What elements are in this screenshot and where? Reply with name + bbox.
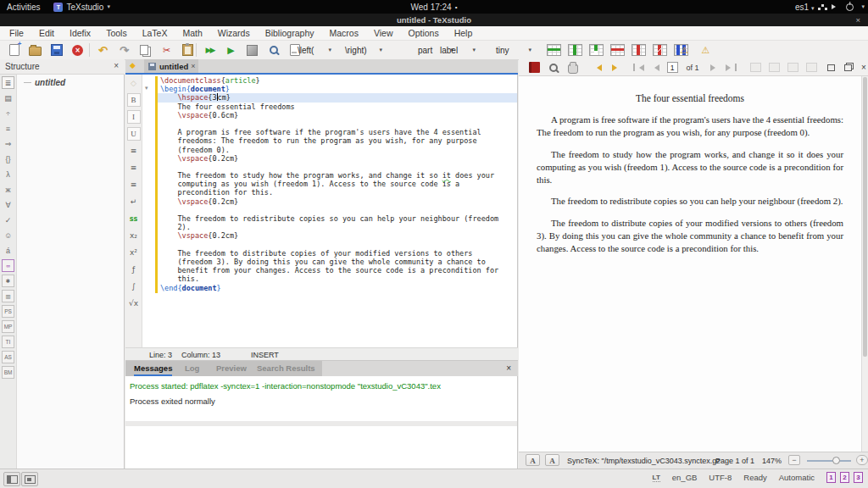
layout-button-2[interactable]: 2 — [840, 472, 849, 483]
pdf-first-page-button[interactable] — [631, 59, 646, 75]
tab-untitled[interactable]: untitled × — [144, 59, 198, 73]
pdf-scrollbar[interactable] — [861, 76, 868, 452]
pdf-maximize-window-button[interactable] — [840, 59, 855, 75]
menu-help[interactable]: Help — [447, 26, 481, 40]
structure-panel-close-button[interactable]: × — [114, 61, 119, 70]
stop-icon[interactable] — [243, 42, 261, 58]
menu-bibliography[interactable]: Bibliography — [258, 26, 322, 40]
beamer-panel-icon[interactable]: BM — [2, 366, 14, 379]
align-left-icon[interactable]: ≡ — [127, 144, 141, 158]
code-line-2[interactable]: \begin{document} — [158, 85, 517, 93]
underline-icon[interactable]: U — [127, 127, 141, 141]
keyboard-layout-indicator[interactable]: es1 ▾ — [795, 3, 814, 12]
add-column-cell-icon[interactable] — [587, 42, 605, 58]
redo-icon[interactable]: ↷ — [115, 42, 133, 58]
remove-column-icon[interactable] — [630, 42, 648, 58]
code-line-11[interactable] — [158, 163, 517, 171]
next-warning-icon[interactable]: ⚠ — [697, 42, 715, 58]
activities-button[interactable]: Activities — [7, 3, 40, 12]
structure-panel-icon[interactable]: ≣ — [2, 76, 14, 89]
arrows-panel-icon[interactable]: ⇒ — [2, 137, 14, 150]
code-line-17[interactable]: The freedom to redistribute copies so yo… — [158, 214, 517, 223]
code-line-12[interactable]: The freedom to study how the program wor… — [158, 171, 517, 180]
code-line-21[interactable]: The freedom to distribute copies of your… — [158, 249, 517, 258]
font-size-dropdown[interactable]: tiny ▾ — [492, 42, 536, 58]
code-line-18[interactable]: 2). — [158, 223, 517, 231]
tab-close-button[interactable]: × — [191, 62, 195, 70]
messages-tab-preview[interactable]: Preview — [216, 361, 247, 376]
code-line-16[interactable] — [158, 206, 517, 214]
add-row-icon[interactable] — [545, 42, 563, 58]
checkmarks-panel-icon[interactable]: ✓ — [2, 214, 14, 226]
greek-panel-icon[interactable]: λ — [2, 168, 14, 180]
messages-tab-log[interactable]: Log — [185, 361, 199, 376]
code-line-10[interactable]: \vspace{0.2cm} — [158, 154, 517, 163]
pdf-zoom-in-button[interactable]: + — [856, 455, 868, 465]
pdf-zoom-out-button[interactable]: − — [788, 455, 800, 465]
code-line-13[interactable]: computing as you wish (freedom 1). Acces… — [158, 180, 517, 188]
layout-button-1[interactable]: 1 — [826, 472, 836, 483]
metapost-panel-icon[interactable]: MP — [2, 320, 14, 333]
pdf-close-window-button[interactable]: × — [856, 59, 868, 75]
clock[interactable]: Wed 17:24 • — [411, 1, 458, 13]
compile-icon[interactable]: ▶ — [222, 42, 240, 58]
align-center-icon[interactable]: ≡ — [127, 161, 141, 175]
code-line-25[interactable]: \end{document} — [158, 284, 517, 292]
code-line-14[interactable]: precondition for this. — [158, 188, 517, 197]
menu-macros[interactable]: Macros — [321, 26, 365, 40]
pdf-previous-page-button[interactable] — [648, 59, 663, 75]
bookmarks-panel-icon[interactable]: ▤ — [2, 92, 14, 104]
italic-icon[interactable]: I — [127, 110, 141, 124]
logic-panel-icon[interactable]: ∀ — [2, 198, 14, 211]
structure-root-item[interactable]: untitled — [24, 78, 65, 87]
menu-edit[interactable]: Edit — [31, 26, 62, 40]
code-line-20[interactable] — [158, 241, 517, 249]
menu-view[interactable]: View — [366, 26, 401, 40]
build-and-view-icon[interactable]: ▶▶ — [201, 42, 219, 58]
small-caps-icon[interactable]: ss — [127, 212, 141, 225]
accents-panel-icon[interactable]: á — [2, 244, 14, 257]
previous-warning-icon[interactable]: ⚠ — [676, 42, 693, 58]
languagetool-icon[interactable]: LT — [653, 474, 660, 482]
pdf-text-zoom-in-button[interactable]: A — [545, 454, 559, 466]
integral-icon[interactable]: ∫ — [127, 280, 141, 293]
code-line-8[interactable]: freedoms: The freedom to run the program… — [158, 136, 517, 145]
messages-tab-search-results[interactable]: Search Results — [257, 361, 315, 376]
align-right-icon[interactable]: ≡ — [127, 178, 141, 191]
bold-icon[interactable]: B — [127, 93, 141, 107]
code-line-19[interactable]: \vspace{0.2cm} — [158, 231, 517, 240]
pdf-zoom-slider-thumb[interactable] — [832, 457, 840, 464]
undo-icon[interactable]: ↶ — [94, 42, 112, 58]
code-line-23[interactable]: benefit from your changes. Access to the… — [158, 266, 517, 274]
pdf-single-page-icon[interactable] — [748, 59, 763, 75]
language-selector[interactable]: en_GB — [672, 473, 698, 482]
pdf-text-zoom-out-button[interactable]: A — [526, 454, 540, 466]
system-menu-chevron-icon[interactable]: ▾ — [861, 3, 865, 10]
delimiters-panel-icon[interactable]: {} — [2, 152, 14, 165]
tikz-panel-icon[interactable]: TI — [2, 336, 14, 348]
pdf-next-page-button[interactable] — [707, 59, 722, 75]
toggle-bottom-panel-button[interactable] — [21, 472, 38, 486]
pdf-last-page-button[interactable] — [724, 59, 739, 75]
reference-dropdown[interactable]: label ▾ — [436, 42, 480, 58]
superscript-icon[interactable]: x² — [127, 246, 141, 259]
new-document-icon[interactable] — [5, 42, 23, 58]
right-delimiter-dropdown[interactable]: \right) ▾ — [341, 42, 387, 58]
messages-panel-close-button[interactable]: × — [506, 363, 511, 373]
add-column-icon[interactable] — [566, 42, 584, 58]
save-icon[interactable] — [47, 42, 65, 58]
power-icon[interactable] — [846, 3, 854, 11]
menu-idefix[interactable]: Idefix — [62, 26, 98, 40]
line-break-icon[interactable]: ↵ — [127, 195, 141, 208]
remove-row-icon[interactable] — [609, 42, 626, 58]
code-line-22[interactable]: (freedom 3). By doing this you can give … — [158, 258, 517, 266]
volume-icon[interactable] — [832, 4, 838, 9]
left-delimiter-dropdown[interactable]: \left( ▾ — [293, 42, 336, 58]
pdf-jump-forward-icon[interactable] — [609, 59, 624, 75]
pdf-restore-window-button[interactable] — [823, 59, 838, 75]
pdf-magnifier-icon[interactable] — [546, 59, 561, 75]
fold-arrow-icon[interactable]: ▾ — [145, 85, 148, 92]
misc-symbols-panel-icon[interactable]: ☺ — [2, 229, 14, 241]
code-line-3[interactable]: \hspace{3cm} — [158, 93, 517, 102]
cyrillic-panel-icon[interactable]: ж — [2, 183, 14, 196]
